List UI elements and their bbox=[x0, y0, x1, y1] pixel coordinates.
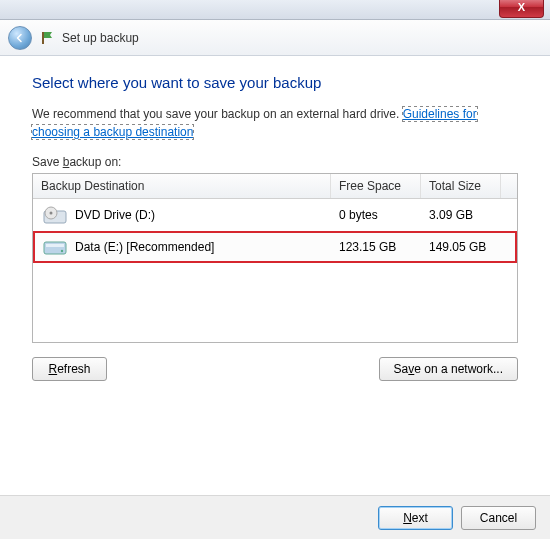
drive-size: 149.05 GB bbox=[421, 235, 501, 259]
drive-free: 123.15 GB bbox=[331, 235, 421, 259]
window-close-button[interactable]: X bbox=[499, 0, 544, 18]
drive-free: 0 bytes bbox=[331, 203, 421, 227]
svg-point-6 bbox=[61, 250, 63, 252]
table-row[interactable]: Data (E:) [Recommended] 123.15 GB 149.05… bbox=[33, 231, 517, 263]
refresh-button[interactable]: Refresh bbox=[32, 357, 107, 381]
nav-header: Set up backup bbox=[0, 20, 550, 56]
col-header-free-space[interactable]: Free Space bbox=[331, 174, 421, 198]
page-heading: Select where you want to save your backu… bbox=[32, 74, 518, 91]
back-button[interactable] bbox=[8, 26, 32, 50]
svg-rect-0 bbox=[42, 32, 44, 44]
backup-flag-icon bbox=[40, 30, 56, 46]
drive-name: DVD Drive (D:) bbox=[75, 208, 155, 222]
svg-rect-4 bbox=[44, 242, 66, 254]
recommendation-text: We recommend that you save your backup o… bbox=[32, 105, 518, 141]
recommendation-prefix: We recommend that you save your backup o… bbox=[32, 107, 403, 121]
save-on-network-button[interactable]: Save on a network... bbox=[379, 357, 518, 381]
drive-size: 3.09 GB bbox=[421, 203, 501, 227]
table-row[interactable]: DVD Drive (D:) 0 bytes 3.09 GB bbox=[33, 199, 517, 231]
dialog-footer: Next Cancel bbox=[0, 495, 550, 539]
drive-name: Data (E:) [Recommended] bbox=[75, 240, 214, 254]
next-button[interactable]: Next bbox=[378, 506, 453, 530]
table-header: Backup Destination Free Space Total Size bbox=[33, 174, 517, 199]
col-header-total-size[interactable]: Total Size bbox=[421, 174, 501, 198]
cancel-button[interactable]: Cancel bbox=[461, 506, 536, 530]
window-title-text: Set up backup bbox=[62, 31, 139, 45]
dvd-drive-icon bbox=[43, 205, 67, 225]
list-label: Save backup on: bbox=[32, 155, 518, 169]
hdd-drive-icon bbox=[43, 237, 67, 257]
col-header-destination[interactable]: Backup Destination bbox=[33, 174, 331, 198]
window-titlebar: X bbox=[0, 0, 550, 20]
svg-point-3 bbox=[50, 212, 53, 215]
col-header-pad bbox=[501, 174, 517, 198]
svg-rect-5 bbox=[46, 244, 64, 247]
drive-list: Backup Destination Free Space Total Size… bbox=[32, 173, 518, 343]
arrow-left-icon bbox=[14, 32, 26, 44]
